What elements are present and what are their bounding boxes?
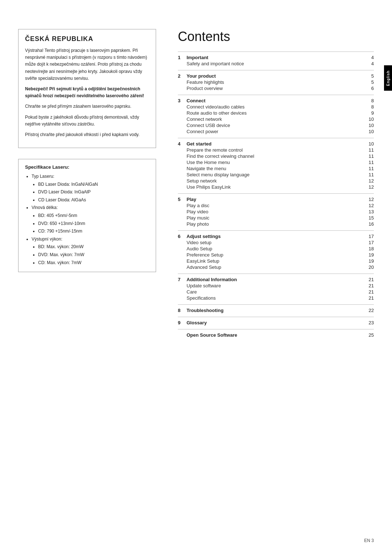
toc-sub-row-6-0: Update software21 <box>178 283 374 288</box>
toc-sub-page-4-3: 16 <box>363 221 374 227</box>
page: ČESKÁ REPUBLIKA Výstraha! Tento přístroj… <box>0 0 392 554</box>
toc-section-4: 5Play12Play a disc12Play video13Play mus… <box>178 193 374 230</box>
laser-spec-box: Specifikace Laseru: Typ Laseru:BD Laser … <box>18 159 156 272</box>
page-footer: EN 3 <box>364 538 374 543</box>
toc-main-label-3: Get started <box>187 141 363 147</box>
laser-subitem-0-2: CD Laser Dioda: AlGaAs <box>38 196 149 204</box>
toc-section-6: 7Additional Information21Update software… <box>178 274 374 304</box>
toc-main-label-7: Troubleshooting <box>187 308 363 313</box>
toc-sub-label-4-0: Play a disc <box>187 203 363 208</box>
toc-sub-page-0-0: 4 <box>363 61 374 66</box>
toc-sub-page-5-2: 19 <box>363 252 374 258</box>
toc-number-4: 5 <box>178 197 187 202</box>
toc-main-page-7: 22 <box>363 308 374 313</box>
toc-sub-row-3-4: Select menu display language11 <box>178 172 374 177</box>
laser-subitem-2-2: CD: Max. výkon: 7mW <box>38 259 149 267</box>
toc-main-page-4: 12 <box>363 197 374 202</box>
toc-number-0: 1 <box>178 55 187 60</box>
toc-main-label-0: Important <box>187 55 363 60</box>
toc-main-row-9: Open Source Software25 <box>178 332 374 338</box>
toc-number-2: 3 <box>178 98 187 103</box>
toc-number-5: 6 <box>178 234 187 239</box>
toc-sub-page-3-6: 12 <box>363 184 374 190</box>
toc-sub-label-4-1: Play video <box>187 209 363 214</box>
laser-items-list: Typ Laseru:BD Laser Dioda: InGaN/AlGaNDV… <box>25 173 149 267</box>
czech-paragraph-2: Chraňte se před přímým zásahem laserovéh… <box>25 103 149 110</box>
toc-sub-row-6-1: Care21 <box>178 289 374 295</box>
toc-main-row-0: 1Important4 <box>178 55 374 60</box>
toc-number-7: 8 <box>178 308 187 313</box>
toc-sub-row-3-5: Setup network12 <box>178 178 374 184</box>
toc-main-page-5: 17 <box>363 234 374 239</box>
toc-sub-label-5-3: EasyLink Setup <box>187 258 363 264</box>
toc-sub-page-3-4: 11 <box>363 172 374 177</box>
toc-sub-row-3-6: Use Philips EasyLink12 <box>178 184 374 190</box>
toc-section-0: 1Important4Safety and important notice4 <box>178 52 374 70</box>
toc-main-label-9: Open Source Software <box>187 332 363 338</box>
toc-sub-label-6-2: Specifications <box>187 295 363 301</box>
toc-number-1: 2 <box>178 73 187 79</box>
toc-sub-label-3-3: Navigate the menu <box>187 166 363 171</box>
toc-sub-row-1-0: Feature highlights5 <box>178 79 374 85</box>
side-tab-english: English <box>384 65 392 91</box>
laser-subitem-0-1: DVD Laser Dioda: InGaAlP <box>38 188 149 196</box>
toc-sub-row-4-0: Play a disc12 <box>178 203 374 208</box>
toc-sub-label-5-4: Advanced Setup <box>187 264 363 270</box>
toc-number-3: 4 <box>178 141 187 147</box>
toc-sub-row-3-1: Find the correct viewing channel11 <box>178 153 374 159</box>
toc-main-label-4: Play <box>187 197 363 202</box>
toc-sub-row-2-0: Connect video/audio cables8 <box>178 104 374 110</box>
toc-sub-row-2-2: Connect network10 <box>178 116 374 122</box>
toc-main-label-1: Your product <box>187 73 363 79</box>
laser-subitem-1-0: BD: 405 +5nm/-5nm <box>38 212 149 220</box>
toc-sub-row-3-3: Navigate the menu11 <box>178 166 374 171</box>
toc-sub-row-2-3: Connect USB device10 <box>178 123 374 128</box>
laser-subitem-1-1: DVD: 650 +13nm/-10nm <box>38 220 149 228</box>
toc-sub-label-3-1: Find the correct viewing channel <box>187 153 363 159</box>
toc-sub-label-2-2: Connect network <box>187 116 363 122</box>
toc-sub-label-1-0: Feature highlights <box>187 79 363 85</box>
toc-sub-row-5-2: Preference Setup19 <box>178 252 374 258</box>
toc-sub-row-1-1: Product overview6 <box>178 86 374 91</box>
toc-sub-label-2-3: Connect USB device <box>187 123 363 128</box>
toc-main-page-8: 23 <box>363 320 374 325</box>
toc-sub-row-5-0: Video setup17 <box>178 240 374 245</box>
toc-main-page-6: 21 <box>363 277 374 282</box>
toc-sub-page-1-1: 6 <box>363 86 374 91</box>
toc-sub-label-2-4: Connect power <box>187 129 363 134</box>
laser-item-2: Výstupní výkon:BD: Max. výkon: 20mWDVD: … <box>32 235 149 267</box>
czech-title: ČESKÁ REPUBLIKA <box>25 35 149 43</box>
toc-sub-page-2-3: 10 <box>363 123 374 128</box>
toc-sub-label-5-2: Preference Setup <box>187 252 363 258</box>
toc-section-5: 6Adjust settings17Video setup17Audio Set… <box>178 230 374 274</box>
toc-sub-page-4-1: 13 <box>363 209 374 214</box>
toc-section-8: 9Glossary23 <box>178 317 374 329</box>
toc-sub-row-5-4: Advanced Setup20 <box>178 264 374 270</box>
czech-warning-box: ČESKÁ REPUBLIKA Výstraha! Tento přístroj… <box>18 29 156 148</box>
toc-sub-label-3-4: Select menu display language <box>187 172 363 177</box>
toc-main-row-3: 4Get started10 <box>178 141 374 147</box>
czech-paragraph-3: Pokud byste z jakéhokoli důvodu přístroj… <box>25 114 149 128</box>
laser-item-1: Vlnová délka:BD: 405 +5nm/-5nmDVD: 650 +… <box>32 204 149 235</box>
czech-paragraph-4: Přístroj chraňte před jakoukoli vlhkostí… <box>25 131 149 138</box>
toc-number-8: 9 <box>178 320 187 325</box>
toc-sub-row-6-2: Specifications21 <box>178 295 374 301</box>
toc-sub-label-3-5: Setup network <box>187 178 363 184</box>
toc-sub-page-3-1: 11 <box>363 153 374 159</box>
toc-sub-page-5-0: 17 <box>363 240 374 245</box>
toc-main-row-2: 3Connect8 <box>178 98 374 103</box>
toc-sub-page-2-4: 10 <box>363 129 374 134</box>
toc-sections: 1Important4Safety and important notice42… <box>178 52 374 341</box>
toc-sub-label-5-1: Audio Setup <box>187 246 363 251</box>
toc-sub-label-1-1: Product overview <box>187 86 363 91</box>
toc-sub-page-5-4: 20 <box>363 264 374 270</box>
toc-sub-page-6-1: 21 <box>363 289 374 295</box>
toc-sub-page-2-0: 8 <box>363 104 374 110</box>
toc-main-page-1: 5 <box>363 73 374 79</box>
toc-sub-label-5-0: Video setup <box>187 240 363 245</box>
laser-subitem-0-0: BD Laser Dioda: InGaN/AlGaN <box>38 181 149 189</box>
toc-main-row-7: 8Troubleshooting22 <box>178 308 374 313</box>
toc-sub-page-3-2: 11 <box>363 160 374 165</box>
toc-sub-page-3-0: 11 <box>363 147 374 153</box>
czech-paragraph-0: Výstraha! Tento přístroj pracuje s laser… <box>25 47 149 82</box>
